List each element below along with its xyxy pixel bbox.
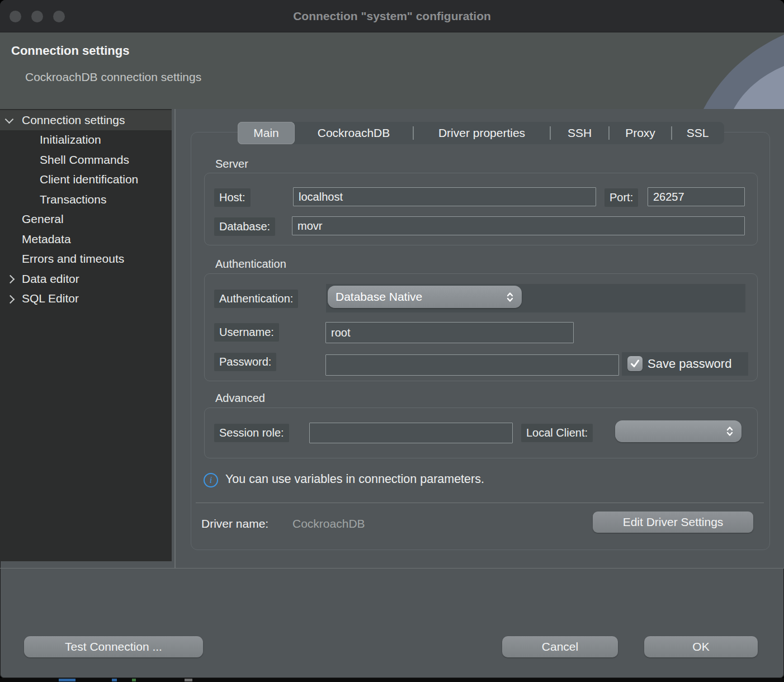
background-app-fragment (59, 679, 75, 681)
edit-driver-settings-button[interactable]: Edit Driver Settings (593, 512, 753, 533)
sidebar-item-initialization[interactable]: Initialization (0, 130, 172, 150)
authentication-section-title: Authentication (215, 258, 286, 271)
info-message: You can use variables in connection para… (225, 472, 484, 486)
tab-proxy[interactable]: Proxy (610, 122, 671, 144)
dialog-header: Connection settings CockroachDB connecti… (0, 32, 784, 110)
info-icon: i (204, 473, 218, 487)
sidebar-item-data-editor[interactable]: Data editor (0, 269, 172, 289)
host-input[interactable] (293, 187, 596, 206)
session-role-label: Session role: (214, 424, 289, 442)
local-client-label: Local Client: (521, 424, 593, 442)
tab-cockroachdb[interactable]: CockroachDB (295, 122, 413, 144)
sidebar-item-connection-settings[interactable]: Connection settings (0, 110, 172, 130)
username-label: Username: (214, 323, 279, 342)
page-subtitle: CockroachDB connection settings (25, 70, 201, 84)
save-password-checkbox[interactable] (627, 356, 643, 371)
authentication-select[interactable]: Database Native (328, 286, 522, 308)
driver-name-value: CockroachDB (292, 517, 365, 531)
driver-separator (196, 503, 764, 503)
driver-name-label: Driver name: (201, 517, 268, 531)
username-input[interactable] (325, 322, 574, 343)
window-title: Connection "system" configuration (0, 0, 784, 32)
sidebar-item-errors-and-timeouts[interactable]: Errors and timeouts (0, 249, 172, 269)
page-title: Connection settings (11, 44, 129, 58)
settings-tree: Connection settings Initialization Shell… (0, 109, 172, 561)
sidebar-item-sql-editor[interactable]: SQL Editor (0, 289, 172, 309)
local-client-select[interactable] (615, 420, 742, 442)
tab-main[interactable]: Main (238, 122, 295, 144)
background-app-fragment (132, 679, 136, 681)
sidebar-item-transactions[interactable]: Transactions (0, 190, 172, 210)
decorative-swoosh (639, 32, 784, 109)
sidebar-item-shell-commands[interactable]: Shell Commands (0, 150, 172, 170)
session-role-input[interactable] (309, 423, 513, 443)
tab-ssl[interactable]: SSL (672, 122, 723, 144)
desktop-background-strip (0, 678, 784, 682)
connection-configuration-dialog: Connection "system" configuration Connec… (0, 0, 784, 678)
tab-ssh[interactable]: SSH (551, 122, 608, 144)
tab-driver-properties[interactable]: Driver properties (414, 122, 550, 144)
authentication-label: Authentication: (214, 290, 298, 308)
sidebar-item-client-identification[interactable]: Client identification (0, 170, 172, 190)
password-label: Password: (214, 353, 276, 371)
background-app-fragment (112, 679, 117, 681)
select-arrows-icon (506, 291, 514, 303)
footer-separator (0, 568, 784, 569)
password-input[interactable] (325, 354, 619, 376)
save-password-label: Save password (648, 352, 733, 376)
database-input[interactable] (292, 216, 745, 235)
connection-tabs: Main CockroachDB Driver properties SSH P… (238, 122, 724, 144)
port-input[interactable] (648, 187, 745, 206)
host-label: Host: (214, 188, 251, 207)
server-section-title: Server (215, 158, 248, 170)
background-app-fragment (185, 679, 192, 681)
sidebar-item-metadata[interactable]: Metadata (0, 229, 172, 249)
sidebar-item-general[interactable]: General (0, 210, 172, 230)
checkmark-icon (630, 359, 640, 368)
select-arrows-icon (726, 425, 734, 437)
ok-button[interactable]: OK (644, 636, 758, 657)
title-bar: Connection "system" configuration (0, 0, 784, 32)
test-connection-button[interactable]: Test Connection ... (24, 636, 203, 657)
database-label: Database: (214, 217, 275, 236)
port-label: Port: (604, 188, 638, 207)
advanced-section-title: Advanced (215, 392, 265, 405)
sidebar-splitter[interactable] (174, 109, 176, 568)
cancel-button[interactable]: Cancel (502, 636, 618, 657)
